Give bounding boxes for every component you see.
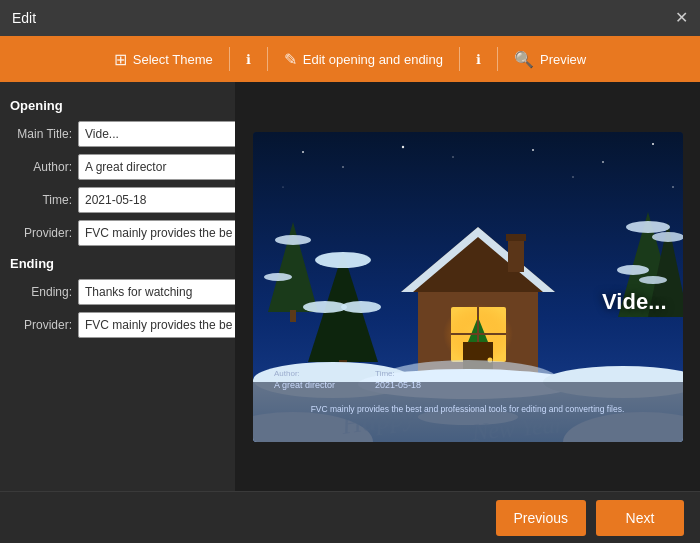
toolbar-select-theme-label: Select Theme [133, 52, 213, 67]
left-panel: Opening Main Title: Author: Time: Provid… [0, 82, 235, 491]
ending-row: Ending: [10, 279, 225, 305]
toolbar: ⊞ Select Theme ℹ ✎ Edit opening and endi… [0, 36, 700, 82]
svg-rect-12 [290, 310, 296, 322]
right-panel: Happy New Year Vide... Author: A great d… [235, 82, 700, 491]
provider-input[interactable] [78, 220, 235, 246]
ending-provider-input[interactable] [78, 312, 235, 338]
svg-point-2 [342, 166, 344, 168]
svg-point-15 [264, 273, 292, 281]
svg-rect-51 [253, 382, 683, 442]
time-input[interactable] [78, 187, 235, 213]
author-input[interactable] [78, 154, 235, 180]
svg-point-24 [315, 252, 371, 268]
svg-point-20 [652, 232, 683, 242]
svg-point-19 [617, 265, 649, 275]
toolbar-select-theme[interactable]: ⊞ Select Theme [98, 36, 229, 82]
next-button[interactable]: Next [596, 500, 684, 536]
ending-provider-row: Provider: [10, 312, 225, 338]
info-icon-2: ℹ [476, 52, 481, 67]
toolbar-edit-opening[interactable]: ✎ Edit opening and ending [268, 36, 459, 82]
svg-point-4 [452, 156, 453, 157]
svg-point-21 [639, 276, 667, 284]
svg-point-18 [626, 221, 670, 233]
main-title-input[interactable] [78, 121, 235, 147]
select-theme-icon: ⊞ [114, 50, 127, 69]
svg-point-6 [602, 161, 604, 163]
preview-icon: 🔍 [514, 50, 534, 69]
info-icon: ℹ [246, 52, 251, 67]
time-row: Time: [10, 187, 225, 213]
svg-point-3 [401, 145, 403, 147]
toolbar-info-icon-2[interactable]: ℹ [460, 36, 497, 82]
svg-point-7 [651, 142, 653, 144]
svg-point-8 [572, 176, 573, 177]
svg-point-9 [672, 186, 674, 188]
ending-section-label: Ending [10, 256, 225, 271]
ending-provider-label: Provider: [10, 318, 78, 332]
svg-point-26 [341, 301, 381, 313]
opening-section-label: Opening [10, 98, 225, 113]
preview-background: Happy New Year [253, 132, 683, 442]
toolbar-preview-label: Preview [540, 52, 586, 67]
edit-opening-icon: ✎ [284, 50, 297, 69]
toolbar-preview[interactable]: 🔍 Preview [498, 36, 602, 82]
main-content: Opening Main Title: Author: Time: Provid… [0, 82, 700, 491]
main-title-row: Main Title: [10, 121, 225, 147]
svg-rect-31 [506, 234, 526, 241]
author-row: Author: [10, 154, 225, 180]
toolbar-info-icon-1[interactable]: ℹ [230, 36, 267, 82]
window-title: Edit [12, 10, 36, 26]
time-label: Time: [10, 193, 78, 207]
main-title-label: Main Title: [10, 127, 78, 141]
ending-label: Ending: [10, 285, 78, 299]
svg-point-1 [302, 151, 304, 153]
ending-input[interactable] [78, 279, 235, 305]
svg-point-10 [282, 186, 283, 187]
close-button[interactable]: ✕ [675, 10, 688, 26]
toolbar-edit-opening-label: Edit opening and ending [303, 52, 443, 67]
svg-rect-30 [508, 237, 524, 272]
svg-point-14 [275, 235, 311, 245]
author-label: Author: [10, 160, 78, 174]
preview-container: Happy New Year Vide... Author: A great d… [253, 132, 683, 442]
footer: Previous Next [0, 491, 700, 543]
svg-point-5 [532, 149, 534, 151]
provider-label: Provider: [10, 226, 78, 240]
title-bar: Edit ✕ [0, 0, 700, 36]
previous-button[interactable]: Previous [496, 500, 586, 536]
provider-row: Provider: [10, 220, 225, 246]
svg-point-25 [303, 301, 347, 313]
